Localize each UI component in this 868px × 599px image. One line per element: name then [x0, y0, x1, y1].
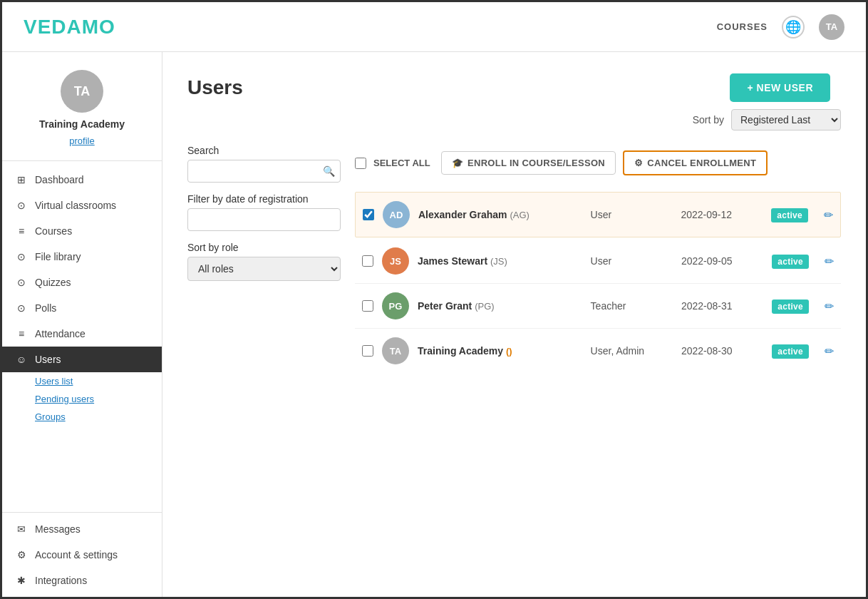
virtual-classrooms-icon: ⊙ [15, 200, 28, 211]
filters-panel: Search 🔍 Filter by date of registration … [187, 145, 341, 373]
user-checkbox-3[interactable] [362, 300, 373, 312]
search-label: Search [187, 145, 341, 156]
user-status-4: active [772, 344, 809, 357]
cancel-label: CANCEL ENROLLMENT [647, 158, 756, 168]
user-avatar-1: AD [383, 201, 410, 228]
attendance-icon: ≡ [15, 328, 28, 339]
user-avatar-3: PG [382, 292, 409, 319]
sidebar-item-attendance[interactable]: ≡ Attendance [2, 321, 162, 347]
user-name-col-3: Peter Grant (PG) [418, 300, 582, 312]
date-filter-input[interactable] [187, 208, 341, 231]
sort-select[interactable]: Registered Last Registered First Name A-… [731, 109, 841, 130]
user-name-2: James Stewart [418, 255, 490, 267]
sort-row: Sort by Registered Last Registered First… [187, 109, 841, 130]
globe-icon[interactable]: 🌐 [782, 16, 805, 39]
enroll-button[interactable]: 🎓 ENROLL IN COURSE/LESSON [441, 151, 616, 175]
table-toolbar: SELECT ALL 🎓 ENROLL IN COURSE/LESSON ⚙ C… [355, 145, 841, 181]
dashboard-icon: ⊞ [15, 174, 28, 185]
sidebar-item-label: Virtual classrooms [35, 200, 116, 211]
sidebar-item-integrations[interactable]: ✱ Integrations [2, 568, 162, 593]
messages-icon: ✉ [15, 523, 28, 535]
sidebar-item-label: Integrations [35, 575, 87, 586]
role-filter-select[interactable]: All roles User Teacher Admin [187, 257, 341, 281]
table-row: PG Peter Grant (PG) Teacher 2022-08-31 a… [355, 284, 841, 329]
polls-icon: ⊙ [15, 302, 28, 314]
sidebar-item-users-list[interactable]: Users list [35, 372, 162, 390]
main-content: Users + NEW USER Sort by Registered Last… [162, 52, 866, 597]
role-filter-label: Sort by role [187, 242, 341, 253]
sidebar-item-courses[interactable]: ≡ Courses [2, 218, 162, 244]
search-input[interactable] [187, 160, 341, 183]
main-layout: TA Training Academy profile ⊞ Dashboard … [2, 52, 866, 597]
sidebar-item-dashboard[interactable]: ⊞ Dashboard [2, 167, 162, 193]
user-name-col-4: Training Academy () [418, 344, 582, 357]
new-user-button[interactable]: + NEW USER [730, 73, 830, 102]
user-avatar-2: JS [382, 247, 409, 275]
settings-icon: ⚙ [15, 549, 28, 560]
user-avatar-top[interactable]: TA [819, 14, 844, 40]
user-date-2: 2022-09-05 [681, 255, 763, 267]
user-name-4: Training Academy [418, 345, 506, 357]
users-list: AD Alexander Graham (AG) User 2022-09-12… [355, 192, 841, 373]
user-status-2: active [772, 255, 809, 267]
sidebar-item-account-settings[interactable]: ⚙ Account & settings [2, 542, 162, 568]
select-all-checkbox[interactable] [355, 158, 366, 169]
users-submenu: Users list Pending users Groups [2, 372, 162, 429]
user-avatar-4: TA [382, 337, 409, 364]
edit-icon-4[interactable]: ✏ [825, 344, 834, 358]
edit-icon-2[interactable]: ✏ [825, 255, 834, 268]
status-badge-2: active [772, 255, 809, 269]
sidebar-item-file-library[interactable]: ⊙ File library [2, 244, 162, 270]
sidebar-item-label: Polls [35, 302, 56, 314]
user-checkbox-4[interactable] [362, 345, 373, 357]
edit-icon-1[interactable]: ✏ [824, 208, 833, 222]
user-name-col-1: Alexander Graham (AG) [418, 208, 582, 221]
user-checkbox-2[interactable] [362, 255, 373, 267]
quizzes-icon: ⊙ [15, 277, 28, 288]
courses-link[interactable]: COURSES [717, 21, 768, 32]
sidebar-item-label: Courses [35, 225, 72, 237]
status-badge-1: active [771, 208, 808, 222]
user-date-3: 2022-08-31 [681, 300, 763, 312]
cancel-enrollment-button[interactable]: ⚙ CANCEL ENROLLMENT [623, 150, 768, 175]
logo: VEDAMO [24, 16, 115, 39]
user-role-4: User, Admin [591, 345, 673, 357]
user-date-4: 2022-08-30 [681, 345, 763, 357]
user-status-1: active [771, 208, 808, 221]
user-tag-3: (PG) [475, 301, 494, 312]
user-checkbox-1[interactable] [363, 209, 374, 220]
user-role-3: Teacher [591, 300, 673, 312]
sidebar-bottom: ✉ Messages ⚙ Account & settings ✱ Integr… [2, 512, 162, 597]
sidebar-item-users[interactable]: ☺ Users [2, 347, 162, 372]
sidebar-item-quizzes[interactable]: ⊙ Quizzes [2, 270, 162, 295]
user-date-1: 2022-09-12 [681, 209, 763, 220]
sort-label: Sort by [693, 114, 724, 126]
date-filter-label: Filter by date of registration [187, 193, 341, 205]
sidebar-item-messages[interactable]: ✉ Messages [2, 516, 162, 542]
sidebar-item-polls[interactable]: ⊙ Polls [2, 295, 162, 321]
sidebar-item-label: Messages [35, 523, 81, 535]
sidebar-item-label: Account & settings [35, 549, 118, 560]
table-row: TA Training Academy () User, Admin 2022-… [355, 329, 841, 373]
sidebar-item-groups[interactable]: Groups [35, 408, 162, 426]
profile-link[interactable]: profile [69, 135, 94, 146]
enroll-label: ENROLL IN COURSE/LESSON [467, 158, 605, 168]
sidebar-item-label: Quizzes [35, 277, 71, 288]
sidebar-item-label: Attendance [35, 328, 86, 339]
users-table-area: SELECT ALL 🎓 ENROLL IN COURSE/LESSON ⚙ C… [355, 145, 841, 373]
user-tag-2: (JS) [490, 256, 507, 267]
user-role-2: User [591, 255, 673, 267]
user-name-1: Alexander Graham [418, 209, 510, 220]
sidebar-item-label: File library [35, 251, 81, 262]
select-all-label: SELECT ALL [373, 158, 430, 168]
top-nav-right: COURSES 🌐 TA [717, 14, 844, 40]
user-tag-1: (AG) [510, 210, 529, 220]
status-badge-4: active [772, 344, 809, 359]
sidebar-item-label: Users [35, 354, 61, 365]
top-navigation: VEDAMO COURSES 🌐 TA [2, 2, 866, 52]
user-status-3: active [772, 300, 809, 312]
profile-name: Training Academy [39, 118, 125, 130]
sidebar-item-pending-users[interactable]: Pending users [35, 390, 162, 408]
sidebar-item-virtual-classrooms[interactable]: ⊙ Virtual classrooms [2, 193, 162, 218]
edit-icon-3[interactable]: ✏ [825, 300, 834, 313]
